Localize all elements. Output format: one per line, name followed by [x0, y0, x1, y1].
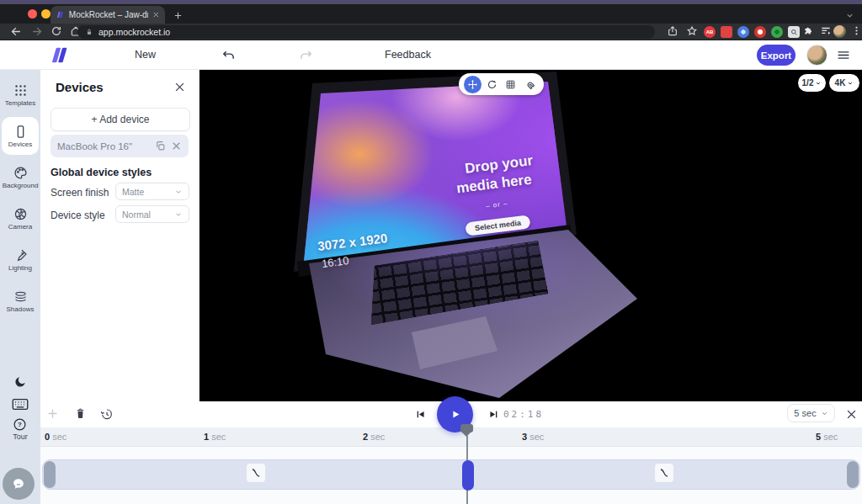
delete-icon[interactable]	[74, 407, 87, 420]
sidebar-item-camera[interactable]: Camera	[2, 199, 39, 237]
bookmark-star-icon[interactable]	[686, 25, 698, 37]
grid-tool-button[interactable]	[502, 76, 519, 93]
app-menu-icon[interactable]	[836, 48, 851, 62]
chevron-down-icon	[174, 188, 183, 196]
duration-select[interactable]: 5 sec	[787, 404, 835, 422]
ext-red-icon[interactable]	[721, 26, 732, 38]
global-styles-heading: Global device styles	[51, 167, 152, 178]
titlebar-chevron-icon[interactable]	[845, 11, 854, 20]
device-list-item[interactable]: MacBook Pro 16"	[51, 135, 189, 157]
ext-blue-icon[interactable]	[737, 26, 749, 38]
timeline-close-icon[interactable]	[845, 408, 858, 421]
duplicate-device-icon[interactable]	[155, 141, 166, 151]
ext-adblock-icon[interactable]: AB	[704, 26, 716, 38]
play-icon	[448, 407, 462, 422]
chevron-down-icon	[815, 80, 822, 87]
new-button[interactable]: New	[135, 49, 156, 61]
screen-finish-label: Screen finish	[51, 187, 109, 199]
sidebar-label: Templates	[5, 99, 35, 107]
sidebar-label: Lighting	[8, 264, 32, 272]
sidebar-item-lighting[interactable]: Lighting	[2, 241, 39, 279]
minimize-window-button[interactable]	[41, 9, 51, 19]
tab-favicon	[56, 10, 65, 19]
device-style-label: Device style	[51, 210, 105, 221]
ext-green-icon[interactable]	[771, 26, 783, 38]
tour-help-icon[interactable]: ?	[13, 417, 27, 432]
clip-bar[interactable]	[42, 459, 860, 490]
playhead-handle[interactable]	[462, 460, 474, 491]
chevron-down-icon	[821, 410, 828, 417]
export-button[interactable]: Export	[757, 45, 795, 66]
easing-curve-icon	[658, 467, 670, 479]
ext-zoom-icon[interactable]	[788, 26, 800, 38]
ruler-tick: 5sec	[816, 432, 838, 442]
app-window: MockRocket – Jaw-dropping 3 app.mockrock…	[0, 0, 862, 504]
quality-value: 4K	[835, 78, 846, 88]
svg-text:?: ?	[18, 421, 22, 428]
user-avatar[interactable]	[806, 45, 827, 66]
screen-finish-select[interactable]: Matte	[115, 183, 189, 200]
device-phone-icon	[13, 125, 28, 139]
quality-pill[interactable]: 4K	[829, 74, 859, 92]
ext-dot-icon[interactable]	[754, 26, 766, 38]
keyframe-easing-chip[interactable]	[247, 464, 265, 482]
sidebar-nav: Templates Devices Background Camera Ligh…	[0, 70, 40, 504]
playhead-marker[interactable]	[460, 424, 473, 432]
reload-icon[interactable]	[51, 25, 62, 37]
sidebar-label: Background	[3, 182, 39, 189]
chat-support-button[interactable]	[3, 468, 35, 500]
feedback-button[interactable]: Feedback	[385, 49, 431, 61]
trim-handle-right[interactable]	[847, 461, 859, 488]
share-icon[interactable]	[667, 25, 678, 37]
undo-icon[interactable]	[221, 48, 236, 62]
back-icon[interactable]	[10, 25, 23, 38]
zoom-scale-pill[interactable]: 1/2	[798, 74, 826, 92]
trim-handle-left[interactable]	[44, 461, 56, 488]
skip-end-icon[interactable]	[488, 409, 499, 420]
sidebar-label: Shadows	[7, 305, 35, 313]
new-tab-icon[interactable]	[173, 11, 183, 20]
remove-device-icon[interactable]	[171, 141, 182, 151]
grid-icon	[505, 79, 516, 90]
reading-list-icon[interactable]	[820, 25, 832, 37]
address-bar[interactable]: app.mockrocket.io	[77, 25, 655, 39]
app-header: New Feedback Export	[0, 40, 862, 70]
chat-bubble-icon	[10, 475, 27, 492]
device-style-select[interactable]: Normal	[115, 205, 189, 223]
panel-close-icon[interactable]	[173, 81, 186, 93]
rotate-icon	[487, 79, 498, 90]
forward-icon[interactable]	[30, 25, 43, 38]
keyframe-easing-chip[interactable]	[655, 464, 673, 482]
tab-close-icon[interactable]	[152, 11, 160, 19]
history-icon[interactable]	[99, 407, 113, 421]
redo-icon[interactable]	[299, 48, 313, 62]
lock-icon	[85, 28, 93, 36]
skip-start-icon[interactable]	[415, 409, 426, 420]
timeline-track-area	[40, 447, 862, 504]
sidebar-label: Devices	[8, 141, 32, 148]
dark-mode-moon-icon[interactable]	[13, 375, 27, 389]
sidebar-label: Camera	[8, 223, 32, 231]
aperture-icon	[13, 207, 28, 221]
add-keyframe-icon[interactable]	[46, 407, 59, 420]
sidebar-item-templates[interactable]: Templates	[2, 76, 39, 114]
move-tool-button[interactable]	[464, 76, 482, 93]
keyboard-shortcuts-icon[interactable]	[12, 398, 29, 411]
close-window-button[interactable]	[28, 9, 37, 19]
rotate-tool-button[interactable]	[483, 76, 501, 93]
browser-menu-dots-icon[interactable]	[851, 25, 862, 36]
flashlight-icon	[13, 248, 28, 263]
sidebar-item-background[interactable]: Background	[2, 158, 39, 196]
mockrocket-logo[interactable]	[49, 45, 70, 66]
browser-profile-avatar[interactable]	[833, 25, 846, 38]
render-canvas[interactable]: Drop your media here – or – Select media…	[200, 70, 862, 401]
add-device-button[interactable]: + Add device	[51, 108, 190, 131]
sidebar-item-shadows[interactable]: Shadows	[2, 282, 39, 320]
shadow-layers-icon	[13, 289, 28, 304]
snap-tool-button[interactable]	[521, 76, 539, 93]
browser-tab[interactable]: MockRocket – Jaw-dropping 3	[51, 6, 165, 24]
extensions-puzzle-icon[interactable]	[803, 25, 815, 37]
device-style-value: Normal	[122, 210, 151, 220]
devices-panel: Devices + Add device MacBook Pro 16" Glo…	[40, 70, 200, 401]
sidebar-item-devices[interactable]: Devices	[2, 117, 39, 155]
